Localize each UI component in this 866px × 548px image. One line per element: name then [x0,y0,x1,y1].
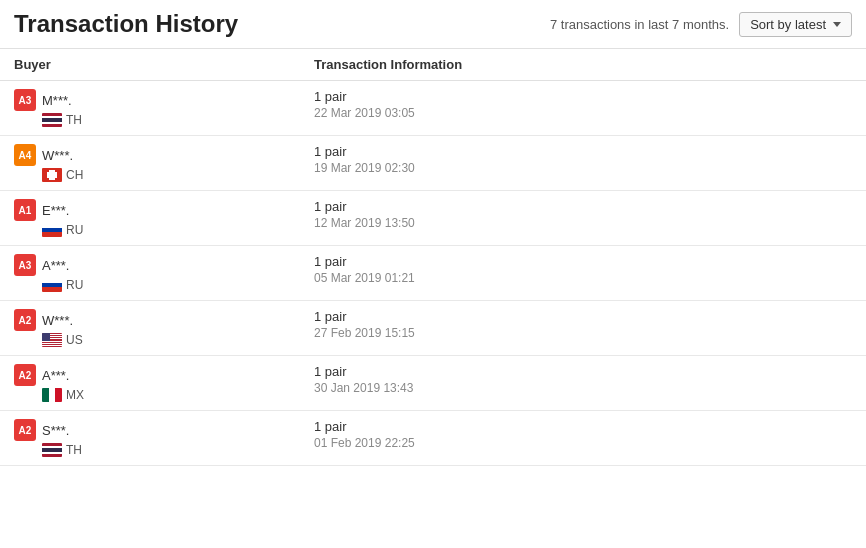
tx-date: 27 Feb 2019 15:15 [314,326,852,340]
transaction-info: 1 pair 30 Jan 2019 13:43 [314,364,852,395]
transaction-history-page: Transaction History 7 transactions in la… [0,0,866,466]
buyer-col: A2 A***. MX [14,364,314,402]
country-code: TH [66,113,82,127]
tx-date: 30 Jan 2019 13:43 [314,381,852,395]
buyer-name: M***. [42,93,72,108]
buyer-top: A2 W***. [14,309,314,331]
country-code: US [66,333,83,347]
avatar: A4 [14,144,36,166]
column-headers: Buyer Transaction Information [0,49,866,81]
avatar: A2 [14,364,36,386]
tx-date: 12 Mar 2019 13:50 [314,216,852,230]
buyer-top: A3 A***. [14,254,314,276]
country-code: RU [66,278,83,292]
flag-icon [42,223,62,237]
flag-icon [42,333,62,347]
flag-icon [42,443,62,457]
buyer-country: US [42,333,314,347]
table-row: A3 A***. RU 1 pair 05 Mar 2019 01:21 [0,246,866,301]
table-row: A2 A***. MX 1 pair 30 Jan 2019 13:43 [0,356,866,411]
buyer-country: RU [42,278,314,292]
buyer-name: S***. [42,423,69,438]
table-row: A2 W***. US 1 pair 27 Feb 2019 15:15 [0,301,866,356]
buyer-col: A3 M***. TH [14,89,314,127]
transaction-info: 1 pair 27 Feb 2019 15:15 [314,309,852,340]
buyer-country: TH [42,443,314,457]
buyer-top: A1 E***. [14,199,314,221]
avatar: A2 [14,419,36,441]
country-code: RU [66,223,83,237]
buyer-name: A***. [42,368,69,383]
table-row: A3 M***. TH 1 pair 22 Mar 2019 03:05 [0,81,866,136]
tx-amount: 1 pair [314,364,852,379]
chevron-down-icon [833,22,841,27]
page-header: Transaction History 7 transactions in la… [0,0,866,49]
buyer-top: A4 W***. [14,144,314,166]
tx-date: 01 Feb 2019 22:25 [314,436,852,450]
tx-amount: 1 pair [314,254,852,269]
tx-date: 05 Mar 2019 01:21 [314,271,852,285]
transaction-info: 1 pair 05 Mar 2019 01:21 [314,254,852,285]
transaction-info: 1 pair 01 Feb 2019 22:25 [314,419,852,450]
table-row: A1 E***. RU 1 pair 12 Mar 2019 13:50 [0,191,866,246]
transaction-summary: 7 transactions in last 7 months. [550,17,729,32]
sort-button[interactable]: Sort by latest [739,12,852,37]
buyer-col: A2 W***. US [14,309,314,347]
table-row: A2 S***. TH 1 pair 01 Feb 2019 22:25 [0,411,866,466]
transactions-list: A3 M***. TH 1 pair 22 Mar 2019 03:05 A4 … [0,81,866,466]
buyer-name: W***. [42,313,73,328]
avatar: A1 [14,199,36,221]
tx-amount: 1 pair [314,419,852,434]
buyer-name: A***. [42,258,69,273]
tx-date: 22 Mar 2019 03:05 [314,106,852,120]
flag-icon [42,113,62,127]
tx-amount: 1 pair [314,199,852,214]
tx-amount: 1 pair [314,89,852,104]
buyer-top: A3 M***. [14,89,314,111]
col-header-tx-info: Transaction Information [314,57,852,72]
buyer-country: CH [42,168,314,182]
buyer-col: A3 A***. RU [14,254,314,292]
flag-icon [42,168,62,182]
header-right: 7 transactions in last 7 months. Sort by… [550,12,852,37]
avatar: A3 [14,254,36,276]
buyer-col: A1 E***. RU [14,199,314,237]
buyer-top: A2 A***. [14,364,314,386]
tx-amount: 1 pair [314,144,852,159]
table-row: A4 W***. CH 1 pair 19 Mar 2019 02:30 [0,136,866,191]
buyer-country: TH [42,113,314,127]
buyer-country: MX [42,388,314,402]
buyer-col: A2 S***. TH [14,419,314,457]
transaction-info: 1 pair 22 Mar 2019 03:05 [314,89,852,120]
buyer-name: W***. [42,148,73,163]
transaction-info: 1 pair 19 Mar 2019 02:30 [314,144,852,175]
transaction-info: 1 pair 12 Mar 2019 13:50 [314,199,852,230]
country-code: CH [66,168,83,182]
buyer-name: E***. [42,203,69,218]
col-header-buyer: Buyer [14,57,314,72]
flag-icon [42,278,62,292]
page-title: Transaction History [14,10,238,38]
country-code: MX [66,388,84,402]
buyer-country: RU [42,223,314,237]
tx-amount: 1 pair [314,309,852,324]
buyer-col: A4 W***. CH [14,144,314,182]
country-code: TH [66,443,82,457]
flag-icon [42,388,62,402]
tx-date: 19 Mar 2019 02:30 [314,161,852,175]
buyer-top: A2 S***. [14,419,314,441]
avatar: A2 [14,309,36,331]
avatar: A3 [14,89,36,111]
